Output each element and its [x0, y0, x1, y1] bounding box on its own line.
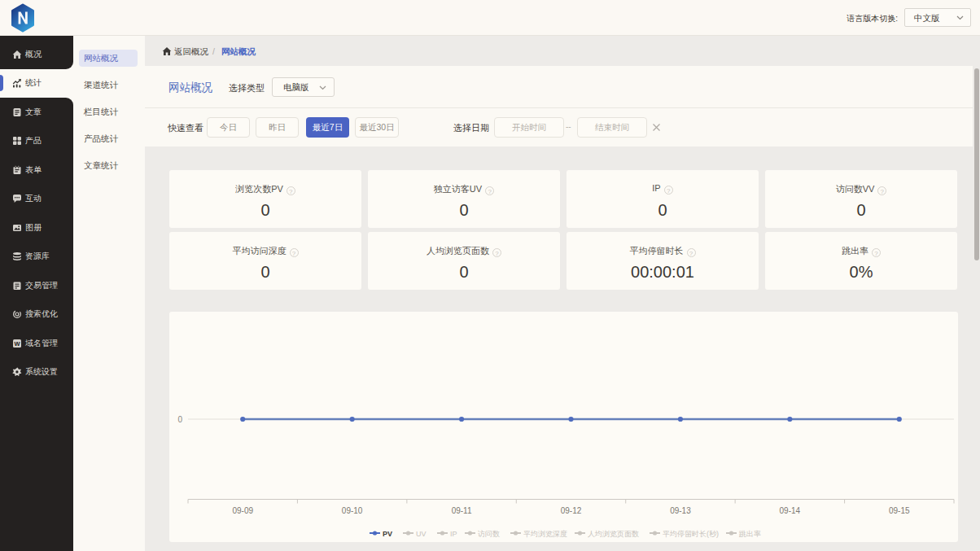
svg-text:W: W	[14, 340, 20, 348]
svg-text:平均浏览深度: 平均浏览深度	[523, 530, 567, 538]
svg-text:PV: PV	[383, 530, 392, 538]
svg-text:09-14: 09-14	[780, 506, 801, 515]
svg-text:访问数: 访问数	[477, 530, 500, 538]
svg-text:跳出率: 跳出率	[738, 530, 761, 538]
svg-text:09-11: 09-11	[452, 506, 472, 515]
svg-text:IP: IP	[450, 530, 457, 538]
svg-text:09-13: 09-13	[670, 506, 691, 515]
svg-text:09-10: 09-10	[342, 506, 363, 515]
svg-text:人均浏览页面数: 人均浏览页面数	[588, 530, 639, 538]
svg-text:UV: UV	[416, 530, 427, 538]
svg-text:09-09: 09-09	[232, 506, 253, 515]
svg-text:09-12: 09-12	[561, 506, 582, 515]
svg-text:0: 0	[177, 415, 182, 424]
svg-text:平均停留时长(秒): 平均停留时长(秒)	[663, 530, 719, 538]
svg-text:09-15: 09-15	[889, 506, 910, 515]
